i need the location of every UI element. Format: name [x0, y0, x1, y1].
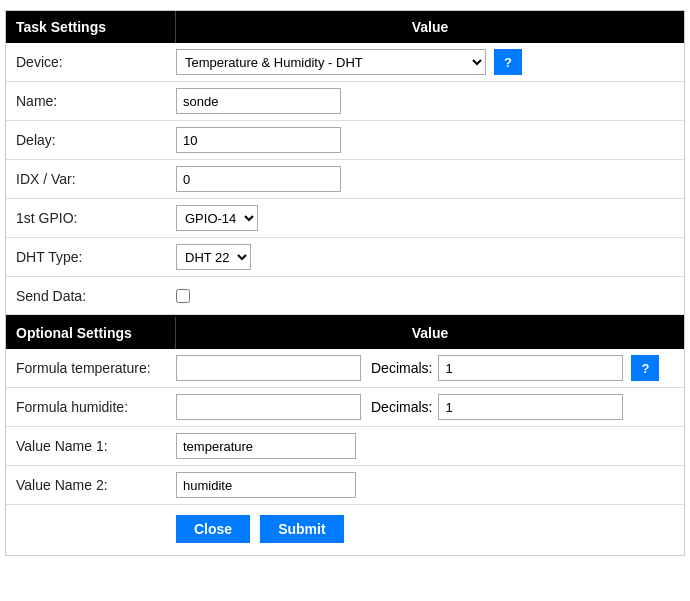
formula-hum-value: Decimals: [176, 394, 674, 420]
formula-temp-value: Decimals: ? [176, 355, 674, 381]
gpio-select[interactable]: GPIO-14 GPIO-0 GPIO-2 GPIO-4 GPIO-5 [176, 205, 258, 231]
decimals-temp-input[interactable] [438, 355, 623, 381]
value-name-1-label: Value Name 1: [16, 438, 176, 454]
name-label: Name: [16, 93, 176, 109]
dht-type-select[interactable]: DHT 22 DHT 11 [176, 244, 251, 270]
decimals-hum-label: Decimals: [371, 399, 432, 415]
value-name-1-value [176, 433, 674, 459]
decimals-hum-input[interactable] [438, 394, 623, 420]
formula-hum-label: Formula humidite: [16, 399, 176, 415]
idx-input[interactable] [176, 166, 341, 192]
gpio-value: GPIO-14 GPIO-0 GPIO-2 GPIO-4 GPIO-5 [176, 205, 674, 231]
send-data-value [176, 289, 674, 303]
idx-value [176, 166, 674, 192]
dht-type-label: DHT Type: [16, 249, 176, 265]
device-row: Device: Temperature & Humidity - DHT ? [6, 43, 684, 82]
dht-type-value: DHT 22 DHT 11 [176, 244, 674, 270]
formula-temp-help-button[interactable]: ? [631, 355, 659, 381]
formula-temp-input[interactable] [176, 355, 361, 381]
decimals-temp-label: Decimals: [371, 360, 432, 376]
delay-value [176, 127, 674, 153]
value-name-2-input[interactable] [176, 472, 356, 498]
formula-temp-row: Formula temperature: Decimals: ? [6, 349, 684, 388]
optional-settings-header: Optional Settings Value [6, 315, 684, 349]
send-data-row: Send Data: [6, 277, 684, 315]
name-row: Name: [6, 82, 684, 121]
optional-settings-label: Optional Settings [6, 317, 176, 349]
name-input[interactable] [176, 88, 341, 114]
value-name-2-row: Value Name 2: [6, 466, 684, 505]
value-name-1-input[interactable] [176, 433, 356, 459]
value-name-1-row: Value Name 1: [6, 427, 684, 466]
idx-label: IDX / Var: [16, 171, 176, 187]
task-settings-label: Task Settings [6, 11, 176, 43]
value-name-2-label: Value Name 2: [16, 477, 176, 493]
delay-label: Delay: [16, 132, 176, 148]
device-value: Temperature & Humidity - DHT ? [176, 49, 674, 75]
idx-row: IDX / Var: [6, 160, 684, 199]
delay-row: Delay: [6, 121, 684, 160]
delay-input[interactable] [176, 127, 341, 153]
close-button[interactable]: Close [176, 515, 250, 543]
device-help-button[interactable]: ? [494, 49, 522, 75]
send-data-label: Send Data: [16, 288, 176, 304]
formula-hum-input[interactable] [176, 394, 361, 420]
gpio-row: 1st GPIO: GPIO-14 GPIO-0 GPIO-2 GPIO-4 G… [6, 199, 684, 238]
task-settings-value-header: Value [176, 11, 684, 43]
name-value [176, 88, 674, 114]
task-settings-header: Task Settings Value [6, 11, 684, 43]
main-container: Task Settings Value Device: Temperature … [5, 10, 685, 556]
formula-temp-label: Formula temperature: [16, 360, 176, 376]
device-select[interactable]: Temperature & Humidity - DHT [176, 49, 486, 75]
submit-button[interactable]: Submit [260, 515, 343, 543]
formula-hum-row: Formula humidite: Decimals: [6, 388, 684, 427]
optional-settings-value-header: Value [176, 317, 684, 349]
send-data-checkbox[interactable] [176, 289, 190, 303]
button-row: Close Submit [6, 505, 684, 555]
device-label: Device: [16, 54, 176, 70]
gpio-label: 1st GPIO: [16, 210, 176, 226]
dht-type-row: DHT Type: DHT 22 DHT 11 [6, 238, 684, 277]
value-name-2-value [176, 472, 674, 498]
